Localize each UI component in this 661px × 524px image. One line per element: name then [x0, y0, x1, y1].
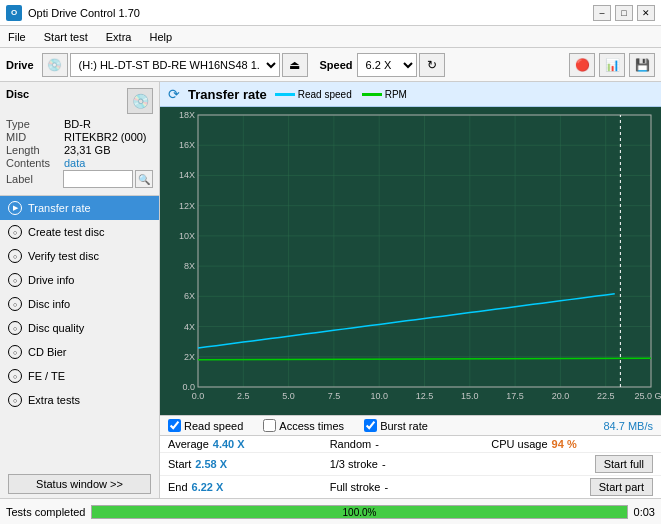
speed-select[interactable]: 6.2 X — [357, 53, 417, 77]
average-label: Average — [168, 438, 209, 450]
nav-transfer-rate[interactable]: ▶ Transfer rate — [0, 196, 159, 220]
start-value: 2.58 X — [195, 458, 227, 470]
nav-disc-info[interactable]: ○ Disc info — [0, 292, 159, 316]
checkbox-burst-rate[interactable]: Burst rate — [364, 419, 428, 432]
legend-rpm: RPM — [362, 89, 407, 100]
cpu-value: 94 % — [552, 438, 577, 450]
length-label: Length — [6, 144, 64, 156]
verify-test-icon: ○ — [8, 249, 22, 263]
nav-create-test-disc[interactable]: ○ Create test disc — [0, 220, 159, 244]
eject-button[interactable]: ⏏ — [282, 53, 308, 77]
titlebar-buttons: – □ ✕ — [593, 5, 655, 21]
stats-cpu: CPU usage 94 % — [491, 438, 653, 450]
random-label: Random — [330, 438, 372, 450]
disc-section-title: Disc — [6, 88, 29, 100]
menubar: File Start test Extra Help — [0, 26, 661, 48]
disc-label-input[interactable] — [63, 170, 133, 188]
toolbar-action-btn2[interactable]: 📊 — [599, 53, 625, 77]
full-stroke-label: Full stroke — [330, 481, 381, 493]
read-speed-checkbox[interactable] — [168, 419, 181, 432]
end-label: End — [168, 481, 188, 493]
cd-bier-icon: ○ — [8, 345, 22, 359]
nav-transfer-rate-label: Transfer rate — [28, 202, 91, 214]
toolbar-save-btn[interactable]: 💾 — [629, 53, 655, 77]
chart-canvas — [160, 107, 661, 415]
menu-extra[interactable]: Extra — [102, 29, 136, 45]
type-value: BD-R — [64, 118, 153, 130]
speed-label: Speed — [320, 59, 353, 71]
nav-extra-tests[interactable]: ○ Extra tests — [0, 388, 159, 412]
burst-rate-value: 84.7 MB/s — [603, 420, 653, 432]
drive-icon-btn[interactable]: 💿 — [42, 53, 68, 77]
stats-random: Random - — [330, 438, 492, 450]
drive-label: Drive — [6, 59, 34, 71]
chart-area: ⟳ Transfer rate Read speed RPM Read spee… — [160, 82, 661, 498]
status-text: Tests completed — [6, 506, 85, 518]
speed-refresh-btn[interactable]: ↻ — [419, 53, 445, 77]
type-label: Type — [6, 118, 64, 130]
nav-verify-test-label: Verify test disc — [28, 250, 99, 262]
drive-select[interactable]: (H:) HL-DT-ST BD-RE WH16NS48 1.D3 — [70, 53, 280, 77]
nav-disc-quality[interactable]: ○ Disc quality — [0, 316, 159, 340]
nav-verify-test-disc[interactable]: ○ Verify test disc — [0, 244, 159, 268]
checkbox-access-times[interactable]: Access times — [263, 419, 344, 432]
checkbox-burst-rate-label: Burst rate — [380, 420, 428, 432]
length-value: 23,31 GB — [64, 144, 153, 156]
disc-mid-row: MID RITEKBR2 (000) — [6, 131, 153, 143]
drive-info-icon: ○ — [8, 273, 22, 287]
menu-file[interactable]: File — [4, 29, 30, 45]
main-area: Disc 💿 Type BD-R MID RITEKBR2 (000) Leng… — [0, 82, 661, 498]
titlebar-left: O Opti Drive Control 1.70 — [6, 5, 140, 21]
titlebar: O Opti Drive Control 1.70 – □ ✕ — [0, 0, 661, 26]
disc-contents-row: Contents data — [6, 157, 153, 169]
legend-rpm-label: RPM — [385, 89, 407, 100]
progress-bar-container: 100.0% — [91, 505, 627, 519]
app-title: Opti Drive Control 1.70 — [28, 7, 140, 19]
chart-header: ⟳ Transfer rate Read speed RPM — [160, 82, 661, 107]
toolbar: Drive 💿 (H:) HL-DT-ST BD-RE WH16NS48 1.D… — [0, 48, 661, 82]
maximize-button[interactable]: □ — [615, 5, 633, 21]
stats-start-full: Start full — [491, 455, 653, 473]
disc-panel-header: Disc 💿 — [6, 88, 153, 114]
disc-info-icon: ○ — [8, 297, 22, 311]
chart-title: Transfer rate — [188, 87, 267, 102]
disc-type-row: Type BD-R — [6, 118, 153, 130]
stats-start-part: Start part — [491, 478, 653, 496]
nav-cd-bier[interactable]: ○ CD Bier — [0, 340, 159, 364]
nav-fe-te[interactable]: ○ FE / TE — [0, 364, 159, 388]
nav-drive-info[interactable]: ○ Drive info — [0, 268, 159, 292]
end-value: 6.22 X — [192, 481, 224, 493]
progress-label: 100.0% — [92, 506, 626, 520]
minimize-button[interactable]: – — [593, 5, 611, 21]
disc-label-label: Label — [6, 173, 63, 185]
nav-extra-tests-label: Extra tests — [28, 394, 80, 406]
mid-label: MID — [6, 131, 64, 143]
menu-start-test[interactable]: Start test — [40, 29, 92, 45]
app-icon: O — [6, 5, 22, 21]
create-test-icon: ○ — [8, 225, 22, 239]
access-times-checkbox[interactable] — [263, 419, 276, 432]
contents-label: Contents — [6, 157, 64, 169]
disc-label-row: Label 🔍 — [6, 170, 153, 188]
start-full-button[interactable]: Start full — [595, 455, 653, 473]
legend-read-speed: Read speed — [275, 89, 352, 100]
checkbox-read-speed[interactable]: Read speed — [168, 419, 243, 432]
nav-fe-te-label: FE / TE — [28, 370, 65, 382]
stats-full-stroke: Full stroke - — [330, 481, 492, 493]
start-part-button[interactable]: Start part — [590, 478, 653, 496]
extra-tests-icon: ○ — [8, 393, 22, 407]
checkbox-access-times-label: Access times — [279, 420, 344, 432]
disc-icon: 💿 — [127, 88, 153, 114]
disc-quality-icon: ○ — [8, 321, 22, 335]
sidebar: Disc 💿 Type BD-R MID RITEKBR2 (000) Leng… — [0, 82, 160, 498]
close-button[interactable]: ✕ — [637, 5, 655, 21]
toolbar-action-btn1[interactable]: 🔴 — [569, 53, 595, 77]
menu-help[interactable]: Help — [145, 29, 176, 45]
start-label: Start — [168, 458, 191, 470]
disc-label-btn[interactable]: 🔍 — [135, 170, 153, 188]
status-window-btn[interactable]: Status window >> — [8, 474, 151, 494]
1-3-stroke-label: 1/3 stroke — [330, 458, 378, 470]
legend-read-speed-label: Read speed — [298, 89, 352, 100]
average-value: 4.40 X — [213, 438, 245, 450]
burst-rate-checkbox[interactable] — [364, 419, 377, 432]
